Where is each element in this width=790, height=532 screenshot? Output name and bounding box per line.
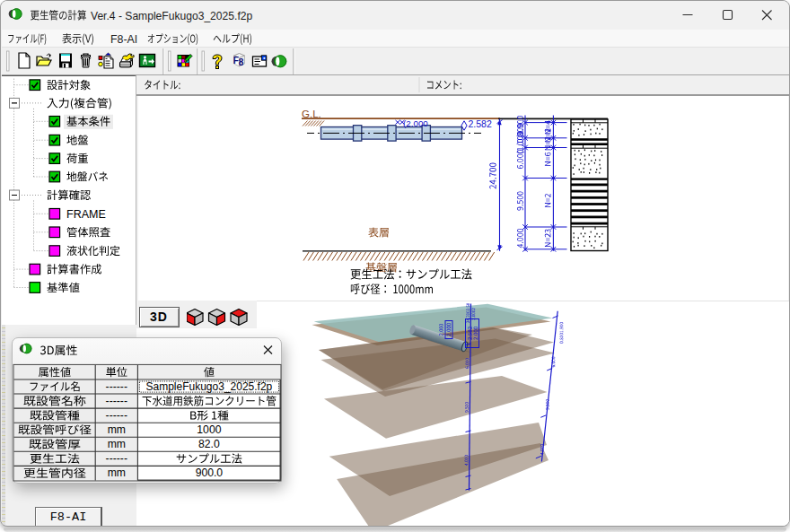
svg-text:------: ------ xyxy=(106,451,127,464)
svg-text:SampleFukugo3_2025.f2p: SampleFukugo3_2025.f2p xyxy=(146,379,273,392)
svg-text:82.0: 82.0 xyxy=(198,437,220,449)
svg-text:(2.000: (2.000 xyxy=(403,118,428,128)
svg-text:------: ------ xyxy=(106,408,127,421)
svg-text:mm: mm xyxy=(108,467,126,479)
svg-text:G.L.: G.L. xyxy=(302,109,321,119)
svg-text:1000: 1000 xyxy=(197,423,221,435)
svg-text:900.0: 900.0 xyxy=(196,467,224,479)
svg-text:------: ------ xyxy=(106,379,127,392)
svg-text:mm: mm xyxy=(108,423,126,435)
svg-text:------: ------ xyxy=(106,394,127,406)
svg-text:FRAME: FRAME xyxy=(66,208,106,221)
svg-text:2.582: 2.582 xyxy=(469,118,492,129)
svg-text:8: 8 xyxy=(239,57,244,67)
svg-text:mm: mm xyxy=(108,437,126,449)
